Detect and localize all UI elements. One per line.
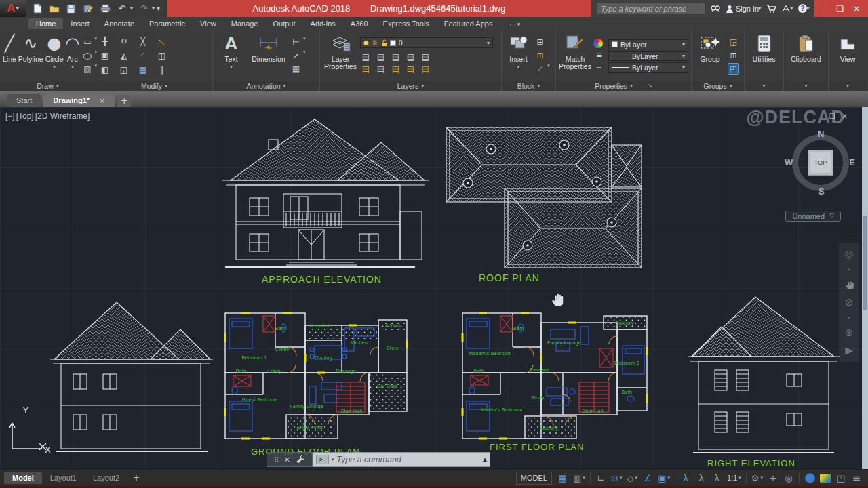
hatch-icon[interactable]: ▨ (81, 63, 93, 75)
left-elevation-drawing[interactable] (50, 291, 213, 454)
room-label[interactable]: Stair Hall (341, 408, 362, 413)
viewcube-top-face[interactable]: TOP (808, 150, 833, 176)
qat-customize-icon[interactable]: ▾ (157, 5, 160, 12)
utilities-button[interactable]: Utilities (747, 31, 781, 81)
tab-express-tools[interactable]: Express Tools (376, 18, 437, 29)
panel-title-layers[interactable]: Layers▾ (320, 81, 501, 91)
compass-south[interactable]: S (818, 186, 825, 197)
approach-elevation-drawing[interactable] (212, 111, 430, 268)
layout1-tab[interactable]: Layout1 (42, 472, 85, 484)
tab-home[interactable]: Home (28, 18, 63, 29)
roof-plan-label[interactable]: ROOF PLAN (479, 272, 540, 283)
app-store-cart-icon[interactable] (766, 5, 776, 13)
named-view-pill[interactable]: Unnamed ▽ (785, 211, 841, 222)
annotation-scale-icon[interactable]: λ (709, 472, 724, 485)
lineweight-list-icon[interactable]: ≡ (593, 49, 605, 61)
save-as-icon[interactable] (82, 3, 94, 14)
isolate-objects-icon[interactable]: ◎ (781, 472, 796, 485)
tab-view[interactable]: View (193, 18, 224, 29)
layer-unisolate-icon[interactable]: ▤ (360, 63, 372, 75)
help-icon[interactable]: ? ▾ (798, 4, 809, 13)
color-wheel-icon[interactable] (593, 39, 603, 48)
command-recent-dropdown-icon[interactable]: ▾ (332, 457, 334, 462)
window-close-icon[interactable]: × (853, 4, 860, 14)
layer-match-icon[interactable]: ▤ (420, 63, 431, 75)
panel-title-block[interactable]: Block▾ (502, 81, 555, 91)
command-history-up-icon[interactable]: ▲ (482, 456, 487, 463)
room-label[interactable]: Stair Hall (582, 409, 603, 413)
signin-dropdown-icon[interactable]: ▾ (758, 5, 761, 12)
model-space-toggle[interactable]: MODEL (516, 472, 552, 485)
model-space-canvas[interactable]: [−] [Top] [2D Wireframe] @DELCAD – ❏ × N… (0, 107, 868, 469)
room-label[interactable]: Kitchen (351, 340, 368, 344)
workspace-switching-icon[interactable]: ⚙▾ (749, 472, 765, 485)
room-label[interactable]: Study (531, 394, 544, 399)
room-label[interactable]: Bath (236, 368, 247, 373)
command-prompt-icon[interactable]: >_ (316, 455, 328, 464)
room-label[interactable]: A'Yard (385, 323, 400, 328)
first-floor-plan-label[interactable]: FIRST FLOOR PLAN (490, 442, 584, 452)
ground-floor-plan-drawing[interactable]: Bedroom 1 Bath Lobby Verandah Dinning Ki… (222, 306, 410, 443)
hardware-acceleration-icon[interactable] (818, 472, 833, 485)
tab-output[interactable]: Output (266, 18, 303, 29)
layer-properties-button[interactable]: Layer Properties (323, 31, 358, 81)
scale-icon[interactable]: ◱ (118, 64, 130, 75)
visual-style-control[interactable]: [2D Wireframe] (35, 111, 90, 121)
isometric-drafting-toggle-icon[interactable]: ◇▾ (625, 472, 639, 485)
trim-icon[interactable]: ╳ (137, 35, 149, 47)
plot-icon[interactable] (99, 3, 111, 14)
command-close-icon[interactable]: × (283, 455, 290, 464)
object-snap-tracking-toggle-icon[interactable]: ∠ (640, 472, 655, 485)
object-snap-toggle-icon[interactable]: ▣▾ (656, 472, 672, 485)
rotate-icon[interactable]: ↻ (118, 35, 130, 47)
grid-display-toggle-icon[interactable]: ▦ (555, 472, 570, 485)
room-label[interactable]: Entry Porch (297, 424, 324, 429)
ucs-icon[interactable]: Y X (3, 404, 52, 454)
annotation-autoscale-icon[interactable]: λ (694, 472, 709, 485)
room-label[interactable]: Bedroom 1 (241, 354, 267, 359)
new-file-icon[interactable] (31, 3, 43, 14)
a360-dropdown-icon[interactable]: ▾ (790, 5, 793, 12)
annotation-visibility-icon[interactable]: λ (678, 472, 693, 485)
layer-isolate-icon[interactable]: ▤ (360, 51, 372, 62)
room-label[interactable]: Passage (530, 367, 549, 372)
view-button[interactable]: View (831, 31, 864, 81)
polar-tracking-toggle-icon[interactable]: ⊙▾ (609, 472, 624, 485)
room-label[interactable]: Car Park (377, 384, 397, 388)
steering-wheel-icon[interactable]: ◎ (844, 249, 853, 260)
vertical-scrollbar[interactable] (862, 107, 868, 469)
right-elevation-label[interactable]: RIGHT ELEVATION (707, 458, 795, 468)
layer-thaw-all-icon[interactable]: ▤ (375, 63, 387, 75)
tab-a360[interactable]: A360 (343, 18, 376, 29)
right-elevation-drawing[interactable] (686, 287, 841, 457)
snap-dropdown-icon[interactable]: ▾ (583, 475, 585, 481)
tab-close-icon[interactable]: × (99, 96, 105, 105)
arc-button[interactable]: ◠ Arc ▾ (65, 31, 79, 81)
clean-screen-icon[interactable]: ◳ (833, 472, 848, 485)
osnap-dropdown-icon[interactable]: ▾ (668, 475, 671, 481)
command-input[interactable] (336, 455, 479, 464)
room-label[interactable]: Store (387, 345, 399, 350)
scale-dropdown-icon[interactable]: ▾ (738, 475, 741, 481)
group-button[interactable]: Group (694, 31, 726, 81)
redo-dropdown-icon[interactable]: ▾ (152, 5, 155, 12)
tab-featured-apps[interactable]: Featured Apps (437, 18, 500, 29)
new-layout-button[interactable]: + (127, 473, 145, 483)
redo-icon[interactable]: ↷ (138, 3, 150, 14)
room-label[interactable]: Guest Bedroom (242, 397, 278, 402)
graphics-performance-icon[interactable] (802, 472, 817, 485)
object-color-combo[interactable]: ByLayer ▾ (608, 39, 688, 49)
undo-icon[interactable]: ↶ (116, 3, 128, 14)
window-minimize-icon[interactable]: – (823, 4, 827, 14)
dimension-button[interactable]: Dimension (249, 31, 288, 81)
panel-title-view[interactable]: ▾ (829, 81, 867, 91)
tab-annotate[interactable]: Annotate (97, 18, 142, 29)
search-input[interactable] (597, 3, 705, 14)
erase-icon[interactable]: ◺ (156, 35, 167, 47)
window-restore-icon[interactable]: ❏ (836, 4, 844, 14)
move-icon[interactable]: ╋ (99, 35, 111, 47)
compass-north[interactable]: N (818, 129, 824, 139)
table-icon[interactable]: ▦ (290, 63, 302, 75)
first-floor-plan-drawing[interactable]: Madam's Bedroom Bath Family Lounge Balco… (460, 306, 650, 444)
command-grip-icon[interactable]: ⠿ (274, 456, 278, 464)
